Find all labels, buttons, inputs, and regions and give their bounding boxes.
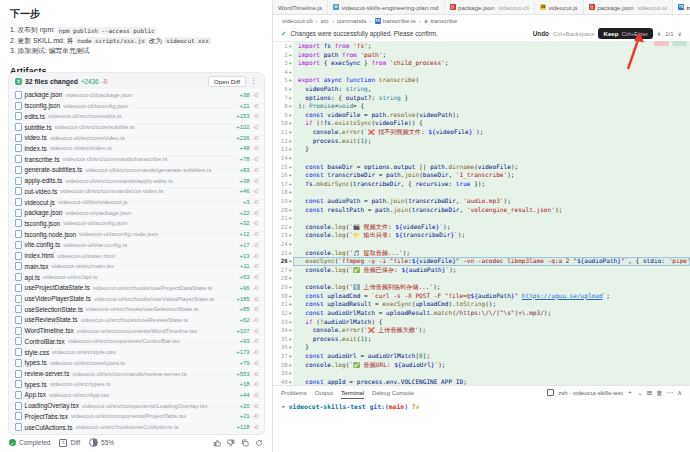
retry-icon[interactable] [255, 439, 263, 447]
file-path: videocut-ui/src/main.tsx [51, 263, 237, 269]
file-path: videocut-ui/tsconfig.node.json [79, 231, 236, 237]
thumbs-up-icon[interactable] [213, 439, 221, 447]
file-row[interactable]: LoadingOverlay.tsxvideocut-ui/src/compon… [9, 400, 264, 411]
panel-tab-output[interactable]: Output [315, 386, 333, 399]
breadcrumb-item[interactable]: videocut-cli [282, 17, 312, 24]
breadcrumb-item[interactable]: TStranscribe.ts [375, 17, 416, 24]
file-row[interactable]: tsconfig.jsonvideocut-ui/tsconfig.json+3… [9, 218, 264, 229]
file-row[interactable]: package.jsonvideocut-ui/package.json+22-… [9, 207, 264, 218]
terminal-prompt[interactable]: ➜ videocut-skills-test git:(main) ?✗ [273, 399, 690, 411]
code-token: execSync [331, 59, 360, 66]
diff-added-marker: + [289, 232, 292, 238]
file-row[interactable]: cut-video.tsvideocut-cli/src/commands/cu… [9, 185, 264, 196]
file-row[interactable]: subtitle.tsvideocut-cli/src/core/subtitl… [9, 121, 264, 132]
code-line: 20+ const resultPath = path.join(transcr… [273, 206, 690, 215]
file-row[interactable]: main.tsxvideocut-ui/src/main.tsx+11-0 [9, 261, 264, 272]
file-row[interactable]: index.tsvideocut-cli/src/index.ts+48-0 [9, 143, 264, 154]
code-token: ${ [470, 292, 477, 299]
file-row[interactable]: edits.tsvideocut-cli/src/core/edits.ts+1… [9, 110, 264, 121]
file-row[interactable]: App.tsxvideocut-ui/src/App.tsx+44-0 [9, 389, 264, 400]
code-token [298, 137, 313, 144]
breadcrumb-item[interactable]: ◈transcribe [424, 17, 457, 24]
editor-tab-package-json[interactable]: {}package.jsonvideocut-cli [445, 0, 535, 14]
ts-file-icon: TS [375, 18, 381, 24]
accept-change-pill[interactable] [672, 41, 687, 46]
kebab-menu-icon[interactable]: ⋮ [249, 77, 258, 85]
next-change-icon[interactable]: ∨ [678, 30, 682, 37]
file-row[interactable]: ControlBar.tsxvideocut-ui/src/components… [9, 336, 264, 347]
new-terminal-icon[interactable]: ＋ [627, 388, 634, 397]
code-token: 'path' [360, 51, 382, 58]
code-line: 1+import fs from 'fs'; [273, 42, 690, 51]
code-token: output [393, 163, 415, 170]
file-row[interactable]: apply-edits.tsvideocut-cli/src/commands/… [9, 175, 264, 186]
panel-tab-debug-console[interactable]: Debug Console [372, 386, 414, 399]
split-terminal-icon[interactable]: ⊞ [647, 389, 652, 397]
undo-button[interactable]: Undo [533, 30, 549, 37]
file-row[interactable]: useReviewState.tsvideocut-ui/src/hooks/u… [9, 314, 264, 325]
open-diff-button[interactable]: Open Diff [208, 76, 246, 87]
file-row[interactable]: tsconfig.jsonvideocut-cli/tsconfig.json+… [9, 100, 264, 111]
editor-tab-package-json[interactable]: {}package.jsonvideocut-ui [584, 0, 673, 14]
file-row[interactable]: types.tsvideocut-cli/src/core/types.ts+7… [9, 357, 264, 368]
file-row[interactable]: video.tsvideocut-cli/src/core/video.ts+2… [9, 132, 264, 143]
copy-icon[interactable] [241, 439, 249, 447]
inline-diff-actions [654, 41, 687, 46]
code-token: ): [298, 102, 309, 109]
line-number: 5+ [273, 76, 293, 85]
code-token: }); [471, 180, 486, 187]
file-row[interactable]: package.jsonvideocut-cli/package.json+38… [9, 89, 264, 100]
file-additions: +46 [239, 188, 249, 194]
editor-tab-videocut-skills-engineering-plan-md[interactable]: Mvideocut-skills-engineering-plan.md [328, 0, 445, 14]
prev-change-icon[interactable]: ∧ [657, 30, 661, 37]
keep-button[interactable]: Keep Ctrl+Enter [598, 28, 652, 39]
file-row[interactable]: generate-subtitles.tsvideocut-cli/src/co… [9, 164, 264, 175]
file-row[interactable]: index.htmlvideocut-ui/index.html+13-0 [9, 250, 264, 261]
file-row[interactable]: videocut.jsvideocut-cli/bin/videocut.js+… [9, 196, 264, 207]
file-row[interactable]: useVideoPlayerState.tsvideocut-ui/src/ho… [9, 293, 264, 304]
file-row[interactable]: api.tsvideocut-ui/src/api.ts+53-0 [9, 271, 264, 282]
code-token: async function [324, 76, 379, 83]
code-line-text: console.log('⬆️ 上传音频到临时存储...'); [293, 283, 690, 292]
editor-tab-transcribe-ts[interactable]: TStranscribe.ts× [673, 0, 690, 14]
code-token: const [305, 300, 327, 307]
code-token: output [346, 94, 368, 101]
code-line-text: console.log(`🎬 视频文件: ${videoFile}`); [293, 223, 690, 232]
panel-tab-terminal[interactable]: Terminal [341, 386, 364, 399]
diff-toggle[interactable]: ± Diff [59, 439, 80, 447]
file-row[interactable]: useProjectDataState.tsvideocut-ui/src/ho… [9, 282, 264, 293]
chat-panel: 下一步 1. 发布到 npm: npm publish --access pub… [0, 0, 272, 452]
maximize-panel-icon[interactable]: ∧ [677, 389, 682, 397]
file-row[interactable]: tsconfig.node.jsonvideocut-ui/tsconfig.n… [9, 228, 264, 239]
file-row[interactable]: vite.config.tsvideocut-ui/vite.config.ts… [9, 239, 264, 250]
file-row[interactable]: transcribe.tsvideocut-cli/src/commands/t… [9, 153, 264, 164]
file-row[interactable]: useCutActions.tsvideocut-ui/src/hooks/us… [9, 421, 264, 432]
editor-tab-wordtimeline-js[interactable]: WordTimeline.js [273, 0, 328, 14]
code-token: stdio [643, 257, 661, 264]
breadcrumb-item[interactable]: src [321, 17, 329, 24]
code-editor[interactable]: 1+import fs from 'fs';2+import path from… [273, 42, 690, 387]
terminal-dropdown-icon[interactable]: ⌄ [637, 389, 642, 397]
editor-tab-videocut-js[interactable]: JSvideocut.js [535, 0, 584, 14]
thumbs-down-icon[interactable] [227, 439, 235, 447]
code-token: ❌ [368, 129, 375, 135]
more-actions-icon[interactable]: ⋯ [667, 389, 674, 397]
file-row[interactable]: WordTimeline.tsxvideocut-ui/src/componen… [9, 325, 264, 336]
file-additions: +173 [236, 349, 250, 355]
code-token: const [305, 352, 327, 359]
file-deletions: -0 [253, 306, 258, 312]
code-token: VOLCENGINE_APP_ID [401, 378, 463, 385]
file-row[interactable]: ProjectTabs.tsxvideocut-ui/src/component… [9, 411, 264, 422]
file-name: review-server.ts [25, 370, 70, 377]
reject-change-pill[interactable] [654, 41, 669, 46]
panel-tab-problems[interactable]: Problems [281, 386, 307, 399]
file-row[interactable]: style.cssvideocut-ui/src/style.css+173-0 [9, 346, 264, 357]
file-row[interactable]: useSelectionState.tsvideocut-ui/src/hook… [9, 303, 264, 314]
breadcrumb-item[interactable]: commands [337, 17, 367, 24]
file-path: videocut-ui/src/components/LoadingOverla… [82, 403, 237, 409]
file-row[interactable]: review-server.tsvideocut-cli/src/command… [9, 368, 264, 379]
kill-terminal-icon[interactable]: 🗑 [656, 389, 663, 396]
file-row[interactable]: types.tsvideocut-ui/src/types.ts+18-0 [9, 378, 264, 389]
line-number-value: 8 [284, 103, 287, 109]
code-token: resolve [390, 111, 416, 118]
